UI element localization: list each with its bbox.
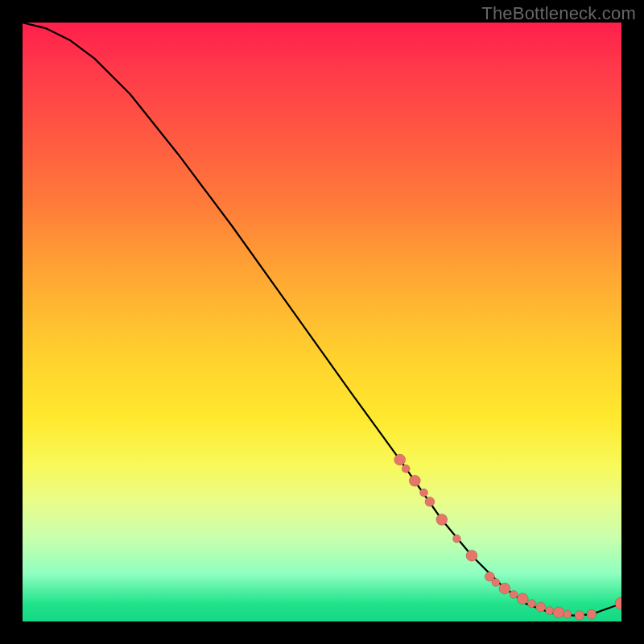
chart-svg — [23, 23, 621, 621]
data-point — [553, 607, 564, 618]
chart-stage: TheBottleneck.com — [0, 0, 644, 644]
plot-area — [23, 23, 621, 621]
data-point — [546, 607, 554, 615]
data-point — [452, 535, 460, 543]
data-point — [436, 514, 448, 526]
data-point — [564, 610, 572, 618]
marker-group — [394, 454, 621, 621]
bottleneck-curve — [23, 23, 621, 616]
watermark-text: TheBottleneck.com — [481, 3, 636, 24]
data-point — [575, 611, 584, 621]
data-point — [517, 593, 528, 605]
data-point — [425, 497, 435, 506]
data-point — [527, 600, 535, 608]
data-point — [499, 583, 510, 594]
data-point — [409, 475, 420, 486]
data-point — [492, 579, 500, 587]
data-point — [615, 597, 621, 610]
data-point — [587, 609, 597, 619]
data-point — [420, 489, 428, 497]
data-point — [394, 454, 406, 465]
data-point — [510, 591, 518, 599]
data-point — [402, 464, 410, 473]
data-point — [536, 602, 546, 612]
data-point — [466, 550, 477, 561]
